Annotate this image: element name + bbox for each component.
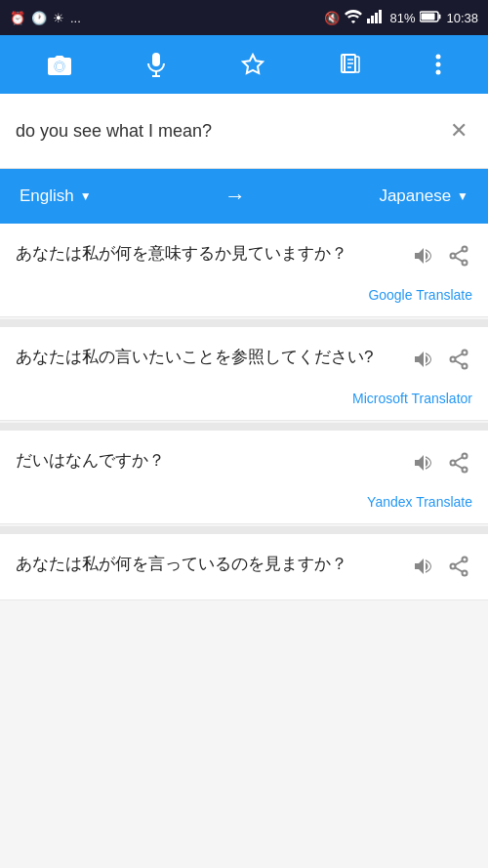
toolbar	[0, 35, 488, 94]
provider-label: Google Translate	[16, 287, 472, 303]
svg-line-41	[456, 561, 463, 565]
input-area: do you see what I mean? ✕	[0, 94, 488, 169]
ellipsis: ...	[70, 11, 81, 25]
card-actions	[408, 241, 472, 275]
svg-rect-6	[422, 13, 435, 20]
svg-rect-18	[355, 57, 359, 72]
share-icon[interactable]	[445, 345, 472, 379]
dictionary-button[interactable]	[329, 43, 372, 86]
svg-point-19	[436, 55, 441, 60]
language-selector-bar: English ▼ → Japanese ▼	[0, 169, 488, 224]
wifi-icon	[345, 10, 362, 26]
translation-header: あなたは私が何を言っているのを見ますか？	[16, 552, 472, 586]
time-display: 10:38	[446, 11, 478, 25]
speaker-icon[interactable]	[408, 553, 437, 585]
svg-rect-1	[371, 16, 374, 23]
translation-text: あなたは私が何を意味するか見ていますか？	[16, 241, 398, 267]
target-language-dropdown-icon: ▼	[457, 189, 468, 203]
card-actions	[408, 552, 472, 586]
svg-point-22	[463, 247, 468, 252]
svg-line-35	[456, 465, 463, 469]
svg-marker-12	[243, 55, 263, 73]
speaker-icon[interactable]	[408, 242, 437, 274]
status-icons-right: 🔇 81% 10:38	[324, 10, 478, 26]
star-button[interactable]	[231, 43, 274, 86]
battery-icon	[420, 11, 441, 25]
svg-point-20	[436, 62, 441, 67]
alarm-icon: ⏰	[10, 11, 25, 25]
translation-text: だいはなんですか？	[16, 448, 398, 474]
speaker-icon[interactable]	[408, 346, 437, 378]
svg-line-36	[456, 458, 463, 462]
battery-percent: 81%	[389, 11, 415, 25]
share-icon[interactable]	[445, 448, 472, 482]
card-divider	[0, 526, 488, 534]
svg-point-21	[436, 70, 441, 75]
svg-rect-14	[344, 55, 346, 72]
translation-card: あなたは私が何を意味するか見ていますか？	[0, 224, 488, 317]
translation-header: だいはなんですか？	[16, 448, 472, 482]
target-language-button[interactable]: Japanese ▼	[379, 186, 468, 206]
svg-point-28	[451, 357, 456, 362]
card-actions	[408, 448, 472, 482]
svg-rect-9	[152, 53, 160, 66]
translation-list: あなたは私が何を意味するか見ていますか？	[0, 224, 488, 600]
svg-point-33	[451, 461, 456, 466]
clock-icon: 🕐	[31, 11, 47, 25]
translation-card: だいはなんですか？	[0, 431, 488, 524]
card-actions	[408, 345, 472, 379]
svg-point-37	[463, 558, 468, 562]
brightness-icon: ☀	[53, 11, 64, 25]
translation-text: あなたは私が何を言っているのを見ますか？	[16, 552, 398, 577]
language-swap-arrow[interactable]: →	[224, 184, 246, 209]
target-language-label: Japanese	[379, 186, 451, 206]
svg-point-39	[463, 571, 468, 576]
provider-label: Microsoft Translator	[16, 391, 472, 406]
translation-text: あなたは私の言いたいことを参照してください?	[16, 345, 398, 370]
clear-button[interactable]: ✕	[445, 113, 472, 148]
svg-line-30	[456, 361, 463, 365]
translation-card: あなたは私の言いたいことを参照してください?	[0, 327, 488, 421]
svg-point-23	[451, 254, 456, 259]
more-options-button[interactable]	[426, 43, 451, 86]
svg-line-40	[456, 568, 463, 572]
source-language-dropdown-icon: ▼	[80, 189, 92, 203]
mic-button[interactable]	[136, 42, 177, 87]
share-icon[interactable]	[445, 552, 472, 586]
signal-icon	[367, 10, 385, 26]
status-bar: ⏰ 🕐 ☀ ... 🔇 81%	[0, 0, 488, 35]
status-icons-left: ⏰ 🕐 ☀ ...	[10, 11, 81, 25]
translation-header: あなたは私が何を意味するか見ていますか？	[16, 241, 472, 275]
translation-card: あなたは私が何を言っているのを見ますか？	[0, 534, 488, 600]
svg-point-32	[463, 454, 468, 459]
svg-rect-2	[375, 13, 378, 23]
svg-line-31	[456, 354, 463, 358]
svg-point-38	[451, 564, 456, 569]
translation-header: あなたは私の言いたいことを参照してください?	[16, 345, 472, 379]
svg-point-27	[463, 351, 468, 355]
provider-label: Yandex Translate	[16, 494, 472, 510]
source-language-label: English	[20, 186, 74, 206]
svg-point-34	[463, 468, 468, 473]
share-icon[interactable]	[445, 241, 472, 275]
svg-line-26	[456, 251, 463, 255]
svg-line-25	[456, 258, 463, 262]
svg-point-24	[463, 261, 468, 266]
speaker-icon[interactable]	[408, 449, 437, 481]
card-divider	[0, 423, 488, 431]
card-divider	[0, 319, 488, 327]
svg-rect-0	[367, 19, 370, 23]
camera-button[interactable]	[37, 44, 82, 85]
mute-icon: 🔇	[324, 11, 340, 25]
svg-rect-3	[379, 10, 382, 23]
input-text: do you see what I mean?	[16, 121, 445, 142]
source-language-button[interactable]: English ▼	[20, 186, 92, 206]
svg-point-29	[463, 364, 468, 369]
svg-rect-5	[439, 14, 441, 19]
